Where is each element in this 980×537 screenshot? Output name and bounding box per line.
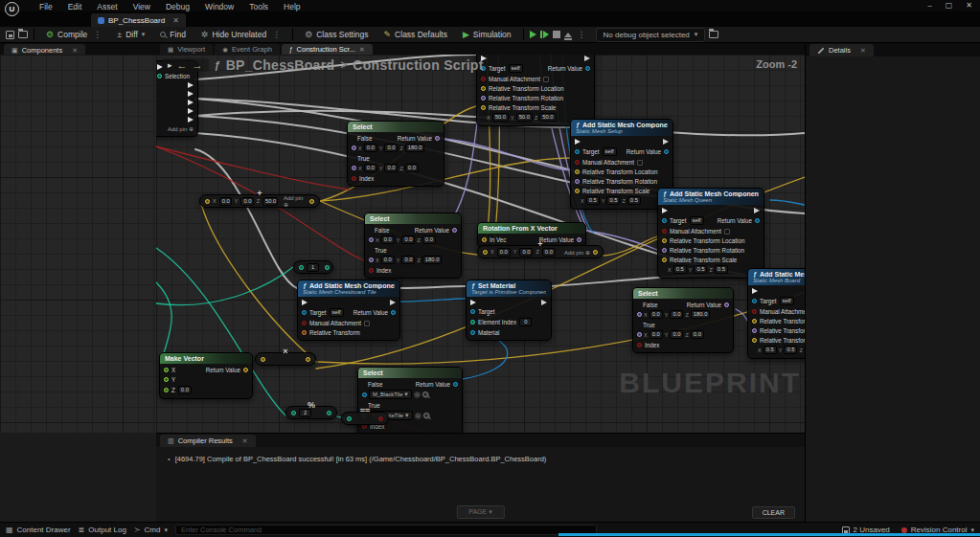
blueprint-graph[interactable]: ▸ ← → ƒ BP_ChessBoard > Construction Scr… bbox=[156, 55, 805, 433]
graph-node-make-vector[interactable]: Make VectorXReturn ValueYZ0.0 bbox=[159, 352, 253, 399]
close-button[interactable]: ✕ bbox=[966, 1, 972, 10]
maximize-button[interactable]: ▢ bbox=[946, 1, 953, 10]
pin-bool bbox=[662, 229, 667, 234]
debug-object-dropdown[interactable]: No debug object selected▾ bbox=[596, 28, 706, 42]
pin-rot bbox=[435, 136, 440, 141]
graph-node-select-rotation-3[interactable]: SelectFalseReturn ValueX0.0Y0.0Z180.0Tru… bbox=[632, 287, 734, 353]
cmd-dropdown[interactable]: ≻ Cmd▾ bbox=[134, 526, 168, 534]
pin-mat bbox=[453, 382, 458, 387]
graph-node-add-static-mesh-2[interactable]: ƒAdd Static Mesh ComponentStatic Mesh Ch… bbox=[297, 280, 400, 341]
browse-icon[interactable] bbox=[422, 392, 429, 398]
pin-float bbox=[164, 368, 169, 372]
graph-node-vector-add-2[interactable]: +X0.0Y0.0Z0.0Add pin ⊕ bbox=[477, 245, 604, 258]
output-log-button[interactable]: ≣ Output Log bbox=[79, 526, 126, 534]
hide-unrelated-button[interactable]: ✲ Hide Unrelated⋮ bbox=[195, 28, 286, 41]
close-tab-icon[interactable]: ✕ bbox=[172, 16, 179, 25]
play-options-icon[interactable]: ⋮ bbox=[578, 30, 586, 39]
tab-event-graph[interactable]: ◉Event Graph bbox=[215, 44, 280, 55]
console-command-input[interactable] bbox=[175, 525, 597, 535]
stop-button[interactable] bbox=[553, 31, 560, 38]
pin-rot bbox=[352, 166, 356, 170]
viewport-icon: ▦ bbox=[168, 46, 173, 54]
cursor-icon: ▸ bbox=[168, 60, 172, 70]
pin-vec bbox=[752, 319, 757, 324]
close-icon[interactable]: ✕ bbox=[242, 437, 248, 445]
unreal-editor-window: U FileEditAssetViewDebugWindowToolsHelp … bbox=[0, 0, 980, 537]
class-defaults-button[interactable]: ✎ Class Defaults bbox=[378, 28, 453, 41]
class-settings-button[interactable]: ⚙ Class Settings bbox=[299, 28, 374, 41]
pin-rot bbox=[637, 332, 642, 337]
graph-node-equal[interactable]: == bbox=[341, 412, 389, 425]
graph-node-select-rotation-2[interactable]: SelectFalseReturn ValueX0.0Y0.0Z0.0TrueX… bbox=[364, 213, 462, 279]
hide-unrelated-icon: ✲ bbox=[201, 31, 209, 39]
blueprint-item-eventgraph[interactable]: ▾▦EventGraph bbox=[0, 235, 156, 248]
details-body bbox=[806, 56, 980, 522]
menu-file[interactable]: File bbox=[33, 2, 59, 12]
close-icon[interactable]: ✕ bbox=[72, 47, 78, 55]
forward-arrow-icon[interactable]: → bbox=[193, 60, 203, 70]
menu-view[interactable]: View bbox=[126, 2, 157, 12]
pin-rot bbox=[369, 257, 374, 262]
eject-button[interactable] bbox=[564, 30, 572, 40]
pin-obj bbox=[391, 310, 396, 315]
menu-debug[interactable]: Debug bbox=[159, 2, 196, 12]
menu-window[interactable]: Window bbox=[198, 2, 240, 12]
function-icon: ƒ bbox=[215, 59, 220, 71]
page-button[interactable]: PAGE ▾ bbox=[456, 505, 504, 519]
menu-help[interactable]: Help bbox=[277, 2, 307, 12]
menu-tools[interactable]: Tools bbox=[242, 2, 275, 12]
clear-button[interactable]: CLEAR bbox=[752, 506, 795, 519]
pin-int bbox=[347, 416, 352, 421]
graph-node-set-material[interactable]: ƒSet MaterialTarget is Primitive Compone… bbox=[466, 280, 552, 341]
graph-tabstrip: ▦Viewport◉Event GraphƒConstruction Scr..… bbox=[156, 43, 805, 55]
play-button[interactable] bbox=[530, 31, 536, 38]
graph-node-vector-multiply[interactable]: × bbox=[255, 352, 316, 366]
pin-obj bbox=[470, 309, 475, 314]
pin-rot bbox=[577, 237, 581, 242]
content-drawer-button[interactable]: ▦ Content Drawer bbox=[6, 526, 71, 534]
zoom-level-label: Zoom -2 bbox=[756, 58, 797, 70]
browse-to-asset-icon[interactable] bbox=[18, 31, 28, 38]
blueprint-asset-icon bbox=[98, 17, 104, 24]
breadcrumb-leaf[interactable]: Construction Script bbox=[353, 57, 483, 73]
close-icon[interactable]: ✕ bbox=[860, 47, 866, 55]
asset-tab-bp-chessboard[interactable]: BP_ChessBoard ✕ bbox=[91, 13, 186, 27]
compile-button[interactable]: ⚙ Compile⋮ bbox=[40, 28, 107, 41]
close-icon[interactable]: ✕ bbox=[359, 46, 365, 54]
pencil-icon bbox=[817, 47, 824, 54]
frame-skip-button[interactable] bbox=[540, 31, 549, 38]
minimize-button[interactable]: – bbox=[927, 1, 931, 10]
graph-node-modulo[interactable]: %2 bbox=[285, 406, 337, 419]
pin-rot bbox=[481, 96, 486, 101]
use-selected-icon[interactable]: ⊙ bbox=[415, 413, 422, 419]
graph-node-vector-add-1[interactable]: +X0.0Y0.0Z50.0Add pin ⊕ bbox=[199, 194, 320, 208]
compiler-results-tab[interactable]: ▥ Compiler Results ✕ bbox=[160, 435, 256, 447]
left-panel: ▣ Components ✕ +Add BP_ChessBoard (Self)… bbox=[0, 43, 156, 522]
wire bbox=[156, 146, 349, 190]
asset-dropdown[interactable]: M_BlackTile▾ bbox=[369, 390, 412, 399]
menu-edit[interactable]: Edit bbox=[61, 2, 89, 12]
find-button[interactable]: Find bbox=[154, 28, 192, 41]
use-selected-icon[interactable]: ⊙ bbox=[414, 392, 421, 398]
graph-node-multiply-int[interactable]: 1 bbox=[293, 260, 333, 274]
graph-node-add-static-mesh-top[interactable]: TargetselfReturn ValueManual AttachmentR… bbox=[476, 55, 595, 126]
save-icon[interactable] bbox=[6, 31, 14, 39]
pin-bool bbox=[575, 160, 580, 165]
details-tab[interactable]: Details ✕ bbox=[809, 44, 874, 56]
debug-browse-icon[interactable] bbox=[709, 31, 718, 38]
graph-node-add-static-mesh-3[interactable]: ƒAdd Static Mesh ComponentStatic Mesh Qu… bbox=[657, 188, 764, 279]
my-blueprint-sections: ▾GRAPHS⊕▾▦EventGraph◆Event BeginPlay◆Eve… bbox=[0, 221, 156, 412]
graph-node-select-rotation-1[interactable]: SelectFalseReturn ValueX0.0Y0.0Z180.0Tru… bbox=[347, 121, 444, 187]
simulation-button[interactable]: ▶ Simulation bbox=[457, 28, 517, 41]
browse-icon[interactable] bbox=[423, 413, 430, 419]
graph-node-rotation-from-xvector[interactable]: Rotation From X VectorIn VecReturn Value bbox=[477, 222, 586, 248]
back-arrow-icon[interactable]: ← bbox=[177, 60, 188, 70]
tab-viewport[interactable]: ▦Viewport bbox=[160, 44, 213, 55]
diff-button[interactable]: ± Diff▾ bbox=[111, 28, 150, 41]
pin-obj bbox=[664, 149, 669, 154]
tab-construction-scr-[interactable]: ƒConstruction Scr...✕ bbox=[282, 44, 373, 55]
breadcrumb-root[interactable]: BP_ChessBoard bbox=[226, 57, 335, 73]
menu-asset[interactable]: Asset bbox=[90, 2, 124, 12]
pin-bool bbox=[637, 343, 642, 347]
graph-node-add-static-mesh-4[interactable]: ƒAdd Static Mesh ComponentStatic Mesh Bo… bbox=[747, 268, 805, 359]
